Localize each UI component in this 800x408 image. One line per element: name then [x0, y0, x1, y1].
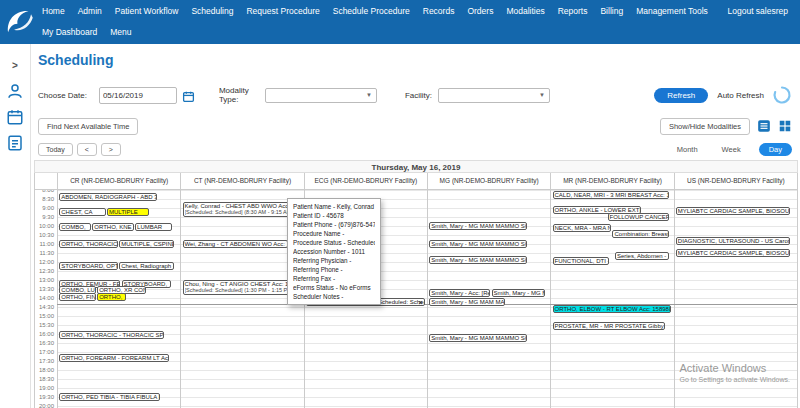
appointment-chip[interactable]: ORTHO, PED TIBIA - TIBIA FIBULA RT Acc: — [59, 393, 159, 401]
worklist-icon[interactable] — [6, 134, 24, 152]
appointment-chip[interactable]: Smith, Mary - MG MAM MAMMO SCREENING Acc… — [429, 240, 527, 248]
appointment-chip[interactable]: MYLIABTC CARDIAC SAMPLE, BIOSOUND IMAGES… — [676, 249, 790, 257]
list-view-icon[interactable] — [757, 119, 771, 133]
week-view-button[interactable]: Week — [716, 144, 747, 155]
calendar-column-ct[interactable]: Kelly, Conrad - CHEST ABD WWO Acc: 1007[… — [180, 190, 303, 408]
nav-item-management-tools[interactable]: Management Tools — [636, 6, 708, 16]
time-label: 14:00 — [39, 295, 54, 302]
calendar-column-mg[interactable]: Smith, Mary - MG MAM MAMMO SCREENING Acc… — [427, 190, 550, 408]
appointment-chip[interactable]: MULTIPLE, CSPINE - — [119, 240, 174, 248]
appointment-chip[interactable]: ORTHO, KNE — [92, 223, 134, 231]
sidebar-expand-chevron-icon[interactable]: > — [8, 60, 22, 74]
prev-day-button[interactable]: < — [77, 143, 97, 156]
appointment-chip[interactable]: Smith, Mary - MG MAM MAMMO SCREENING Acc… — [429, 222, 527, 230]
refresh-button[interactable]: Refresh — [654, 88, 708, 103]
tooltip-line: Patient Phone - (679)876-5477 — [293, 220, 375, 229]
appointment-chip[interactable]: Smith, Mary - MG MAM MAMMO — [429, 298, 505, 306]
appointment-label: ORTHO, PED TIBIA - TIBIA FIBULA RT Acc: — [61, 394, 159, 400]
date-picker-calendar-icon[interactable] — [182, 89, 195, 102]
calendar-column-cr[interactable]: ABDOMEN, RADIOGRAPH - ABD 3 VIEW Acc:CHE… — [57, 190, 180, 408]
appointment-chip[interactable]: Series, Abdomen - MR — [615, 252, 669, 260]
time-label: 16:00 — [39, 331, 54, 338]
calendar-column-mr[interactable]: CALD, NEAR, MRI - 3 MRI BREAST Acc: 1529… — [550, 190, 673, 408]
column-header-mr: MR (NR-DEMO-BDRURY Facility) — [550, 173, 673, 189]
tooltip-line: eForms Status - No eForms — [293, 283, 375, 292]
appointment-chip[interactable]: Smith, Mary - MG MAM — [492, 289, 546, 297]
appointment-label: FOLLOWUP CANCER - — [610, 214, 669, 220]
logout-button[interactable]: Logout salesrep — [728, 0, 789, 22]
appointment-chip[interactable]: FOLLOWUP CANCER - — [608, 213, 669, 221]
appointment-chip[interactable]: Chou, Ning - CT ANGIO CHEST Acc: 1008[Sc… — [183, 280, 293, 295]
today-button[interactable]: Today — [38, 143, 73, 156]
appointment-tooltip: Patient Name - Kelly, ConradPatient ID -… — [287, 198, 381, 305]
facility-select[interactable]: ▼ — [438, 88, 550, 103]
appointment-chip[interactable]: STORYBOARD, OPTUMIT — [59, 262, 118, 270]
appointment-close-icon[interactable]: × — [418, 299, 422, 306]
appointment-label: CALD, NEAR, MRI - 3 MRI BREAST Acc: 1529… — [555, 192, 669, 198]
appointment-chip[interactable]: Wei, Zhang - CT ABDOMEN WO Acc: 1005. — [183, 240, 288, 248]
appointment-chip[interactable]: COMBO, — [59, 223, 91, 231]
find-next-available-time-button[interactable]: Find Next Available Time — [38, 118, 138, 135]
nav-item-scheduling[interactable]: Scheduling — [191, 6, 233, 16]
next-day-button[interactable]: > — [101, 143, 121, 156]
current-time-line — [57, 304, 797, 305]
appointment-chip[interactable]: ORTHO, FOREARM - FOREARM LT Acc: 1507923… — [59, 354, 169, 362]
appointment-chip[interactable]: Smith, Mary - MG MAM MAMMO SCREENING Acc… — [429, 334, 527, 342]
appointment-chip[interactable]: Combination: Breast - MR — [612, 230, 668, 238]
appointment-chip[interactable]: MULTIPLE — [107, 208, 149, 216]
appointment-label: Kelly, Conrad - CHEST ABD WWO Acc: 1007 — [185, 203, 296, 209]
time-label: 18:00 — [39, 367, 54, 374]
appointment-chip[interactable]: Smith, Mary - Acc: [Report] — [429, 289, 490, 297]
appointment-chip[interactable]: NECK, MRA - MRA NECK — [553, 224, 612, 232]
appointment-chip[interactable]: ORTHO, THORACIC - THORACIC SPINE Acc: — [59, 331, 164, 339]
patient-icon[interactable] — [6, 82, 24, 100]
controls-row-1: Choose Date: Modality Type: ▼ Facility: … — [38, 84, 792, 106]
appointment-chip[interactable]: DIAGNOSTIC, ULTRASOUND - US Carotid LTD … — [676, 237, 790, 245]
appointment-chip[interactable]: Kelly, Conrad - CHEST ABD WWO Acc: 1007[… — [183, 202, 296, 217]
time-label: 9:00 — [42, 205, 54, 212]
time-label: 11:30 — [39, 250, 54, 257]
nav-item-patient-workflow[interactable]: Patient Workflow — [115, 6, 179, 16]
show-hide-modalities-button[interactable]: Show/Hide Modalities — [660, 118, 750, 135]
appointment-label: LUMBAR — [137, 224, 162, 230]
nav-item-reports[interactable]: Reports — [558, 6, 588, 16]
calendar-icon[interactable] — [6, 108, 24, 126]
nav-item-admin[interactable]: Admin — [78, 6, 102, 16]
time-label: 10:30 — [39, 232, 54, 239]
nav-item-billing[interactable]: Billing — [600, 6, 623, 16]
appointment-chip[interactable]: Chest, Radiograph - — [119, 262, 174, 270]
nav-item-records[interactable]: Records — [423, 6, 455, 16]
grid-view-icon[interactable] — [778, 119, 792, 133]
appointment-label: NECK, MRA - MRA NECK — [555, 225, 612, 231]
date-input[interactable] — [99, 87, 177, 104]
choose-date-label: Choose Date: — [38, 91, 87, 100]
month-view-button[interactable]: Month — [671, 144, 704, 155]
day-view-button[interactable]: Day — [759, 143, 792, 156]
nav-item-my-dashboard[interactable]: My Dashboard — [42, 27, 97, 37]
nav-item-request-procedure[interactable]: Request Procedure — [246, 6, 319, 16]
auto-refresh-spinner-icon[interactable] — [772, 85, 792, 105]
appointment-chip[interactable]: PROSTATE, MR - MR PROSTATE Gibby Acc: 34… — [553, 322, 666, 330]
appointment-chip[interactable]: LUMBAR — [135, 223, 172, 231]
modality-type-select[interactable]: ▼ — [265, 88, 377, 103]
chevron-down-icon: ▼ — [366, 92, 372, 98]
appointment-chip[interactable]: Smith, Mary - MG MAM MAMMO SCREENING Acc… — [429, 256, 527, 264]
nav-item-orders[interactable]: Orders — [467, 6, 493, 16]
appointment-chip[interactable]: MYLIABTC CARDIAC SAMPLE, BIOSOUND IMAGES… — [676, 207, 790, 215]
appointment-chip[interactable]: ORTHO, ELBOW - RT ELBOW Acc: 1589886431 — [553, 305, 672, 313]
appointment-label: CHEST, CA — [61, 209, 92, 215]
appointment-chip[interactable]: ORTHO, FIN — [59, 293, 96, 301]
watermark-line2: Go to Settings to activate Windows. — [680, 375, 791, 384]
nav-item-menu[interactable]: Menu — [110, 27, 131, 37]
appointment-chip[interactable]: ORTHO, — [97, 293, 126, 301]
appointment-chip[interactable]: ABDOMEN, RADIOGRAPH - ABD 3 VIEW Acc: — [59, 193, 157, 201]
appointment-chip[interactable]: FUNCTIONAL, DTI - MR — [553, 257, 609, 265]
appointment-chip[interactable]: CHEST, CA — [59, 208, 105, 216]
appointment-chip[interactable]: ORTHO, THORACIC - THO — [59, 240, 118, 248]
nav-item-modalities[interactable]: Modalities — [506, 6, 544, 16]
nav-item-schedule-procedure[interactable]: Schedule Procedure — [333, 6, 410, 16]
tooltip-line: Procedure Name - — [293, 229, 375, 238]
appointment-label: PROSTATE, MR - MR PROSTATE Gibby Acc: 34… — [555, 323, 666, 329]
appointment-chip[interactable]: CALD, NEAR, MRI - 3 MRI BREAST Acc: 1529… — [553, 191, 669, 199]
nav-item-home[interactable]: Home — [42, 6, 65, 16]
